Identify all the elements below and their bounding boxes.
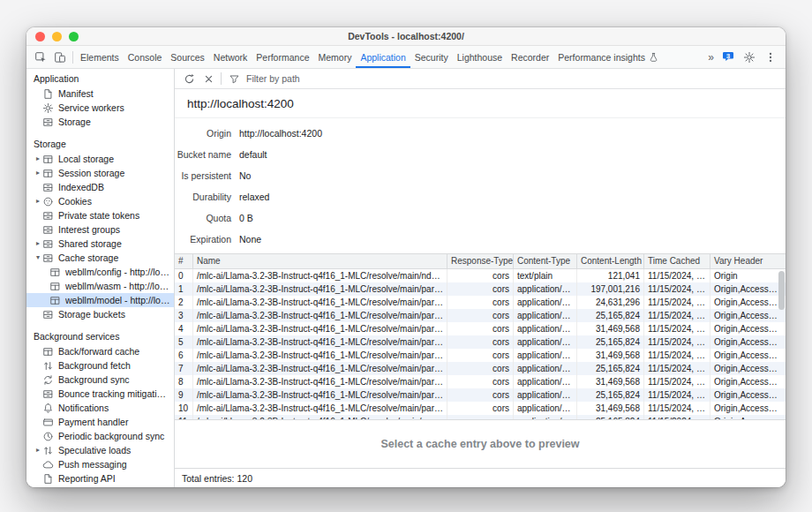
sidebar-item-storage[interactable]: Storage (26, 115, 174, 129)
sidebar-item-indexeddb[interactable]: IndexedDB (26, 180, 174, 194)
cell-vary-header: Origin,Access… (710, 362, 786, 375)
column-header-num[interactable]: # (175, 254, 192, 268)
cache-entry-row-7[interactable]: 7/mlc-ai/Llama-3.2-3B-Instruct-q4f16_1-M… (175, 362, 786, 375)
settings-gear-button[interactable] (740, 48, 759, 67)
sidebar-item-payment-handler[interactable]: Payment handler (26, 415, 174, 429)
delete-selected-button[interactable] (199, 69, 218, 88)
cache-entry-row-11[interactable]: 11/mlc-ai/Llama-3.2-3B-Instruct-q4f16_1-… (175, 415, 786, 419)
filter-funnel-icon (224, 69, 244, 88)
cache-entry-row-9[interactable]: 9/mlc-ai/Llama-3.2-3B-Instruct-q4f16_1-M… (175, 388, 786, 402)
sidebar-item-bounce-tracking-mitigations[interactable]: Bounce tracking mitigations (26, 387, 174, 401)
sidebar-item-local-storage[interactable]: ▸Local storage (26, 152, 174, 166)
sidebar-item-session-storage[interactable]: ▸Session storage (26, 166, 174, 180)
cache-entry-row-4[interactable]: 4/mlc-ai/Llama-3.2-3B-Instruct-q4f16_1-M… (175, 322, 786, 335)
sidebar-item-webllm-wasm-http-loca[interactable]: webllm/wasm - http://loca… (26, 279, 174, 293)
device-toolbar-button[interactable] (50, 48, 70, 67)
cell-content-type: application/oc… (513, 296, 576, 309)
cell-time-cached: 11/15/2024, 10… (643, 362, 710, 375)
cell-response-type: cors (447, 282, 513, 296)
tab-elements[interactable]: Elements (76, 46, 124, 68)
window-titlebar[interactable]: DevTools - localhost:4200/ (26, 27, 786, 46)
sidebar-item-notifications[interactable]: Notifications (26, 401, 174, 415)
sidebar-item-cookies[interactable]: ▸Cookies (26, 194, 174, 208)
sidebar-item-label: Interest groups (58, 224, 124, 235)
cell-time-cached: 11/15/2024, 10… (643, 322, 710, 335)
cache-entry-row-8[interactable]: 8/mlc-ai/Llama-3.2-3B-Instruct-q4f16_1-M… (175, 375, 786, 388)
cell-content-type: application/oc… (513, 388, 576, 402)
disclosure-triangle-icon[interactable]: ▸ (34, 194, 42, 208)
column-header-time-cached[interactable]: Time Cached (643, 254, 710, 268)
column-header-content-type[interactable]: Content-Type (513, 254, 576, 268)
sidebar-item-webllm-config-http-loc[interactable]: webllm/config - http://loc… (26, 265, 174, 279)
sidebar-item-private-state-tokens[interactable]: Private state tokens (26, 208, 174, 222)
sidebar-item-back-forward-cache[interactable]: Back/forward cache (26, 344, 174, 358)
tab-application[interactable]: Application (356, 46, 410, 68)
table-scrollbar-thumb[interactable] (778, 271, 785, 310)
fullscreen-window-button[interactable] (69, 32, 79, 41)
tab-network[interactable]: Network (209, 46, 252, 68)
cache-entry-row-10[interactable]: 10/mlc-ai/Llama-3.2-3B-Instruct-q4f16_1-… (175, 402, 786, 415)
column-header-name[interactable]: Name (192, 254, 447, 268)
devtools-content: ApplicationManifestService workersStorag… (26, 69, 786, 487)
sidebar-item-manifest[interactable]: Manifest (26, 87, 174, 101)
meta-value: default (239, 149, 267, 160)
devtools-tabbar: ElementsConsoleSourcesNetworkPerformance… (26, 46, 786, 69)
sidebar-item-background-fetch[interactable]: Background fetch (26, 358, 174, 373)
cache-entry-row-0[interactable]: 0/mlc-ai/Llama-3.2-3B-Instruct-q4f16_1-M… (175, 269, 786, 282)
inspect-element-button[interactable] (31, 48, 50, 67)
close-window-button[interactable] (35, 32, 45, 41)
tab-performance-insights[interactable]: Performance insights (553, 46, 668, 68)
sidebar-item-background-sync[interactable]: Background sync (26, 373, 174, 387)
more-panels-button[interactable]: » (705, 51, 717, 64)
sidebar-item-reporting-api[interactable]: Reporting API (26, 471, 174, 486)
cache-entry-row-6[interactable]: 6/mlc-ai/Llama-3.2-3B-Instruct-q4f16_1-M… (175, 349, 786, 362)
tabbar-right-tools: » 3 (703, 46, 786, 68)
column-header-vary-header[interactable]: Vary Header (710, 254, 786, 268)
issues-counter-button[interactable]: 3 (718, 48, 738, 67)
cell-name: /mlc-ai/Llama-3.2-3B-Instruct-q4f16_1-ML… (192, 282, 447, 296)
kebab-menu-button[interactable] (761, 48, 780, 67)
disclosure-triangle-icon[interactable]: ▾ (34, 251, 42, 265)
disclosure-triangle-icon[interactable]: ▸ (34, 166, 42, 180)
sidebar-item-cache-storage[interactable]: ▾Cache storage (26, 251, 174, 265)
cell-content-length: 25,165,824 (576, 362, 643, 375)
sidebar-item-shared-storage[interactable]: ▸Shared storage (26, 237, 174, 251)
cell-num: 8 (175, 375, 192, 388)
cell-vary-header: Origin,Access… (710, 322, 786, 335)
sidebar-item-webllm-model-http-loc[interactable]: webllm/model - http://loc… (26, 293, 174, 307)
tab-console[interactable]: Console (124, 46, 167, 68)
meta-label: Quota (175, 213, 231, 223)
tab-recorder[interactable]: Recorder (507, 46, 553, 68)
filter-by-path-input[interactable] (246, 73, 387, 84)
sidebar-item-speculative-loads[interactable]: ▸Speculative loads (26, 443, 174, 457)
cell-content-length: 25,165,824 (576, 309, 643, 322)
cache-entry-row-5[interactable]: 5/mlc-ai/Llama-3.2-3B-Instruct-q4f16_1-M… (175, 335, 786, 349)
refresh-button[interactable] (179, 69, 199, 88)
sidebar-item-periodic-background-sync[interactable]: Periodic background sync (26, 429, 174, 443)
tab-sources[interactable]: Sources (166, 46, 209, 68)
tab-label: Elements (80, 52, 119, 63)
disclosure-triangle-icon[interactable]: ▸ (34, 237, 42, 251)
column-header-response-type[interactable]: Response-Type (447, 254, 513, 268)
sidebar-item-storage-buckets[interactable]: Storage buckets (26, 307, 174, 321)
cell-num: 4 (175, 322, 192, 335)
disclosure-triangle-icon[interactable]: ▸ (34, 152, 42, 166)
cache-entry-row-2[interactable]: 2/mlc-ai/Llama-3.2-3B-Instruct-q4f16_1-M… (175, 296, 786, 309)
minimize-window-button[interactable] (52, 32, 62, 41)
cell-response-type: cors (447, 296, 513, 309)
sidebar-item-service-workers[interactable]: Service workers (26, 101, 174, 115)
cell-time-cached: 11/15/2024, 10… (643, 349, 710, 362)
tab-lighthouse[interactable]: Lighthouse (453, 46, 507, 68)
status-bar: Total entries: 120 (175, 468, 786, 487)
tab-performance[interactable]: Performance (252, 46, 313, 68)
tab-security[interactable]: Security (410, 46, 453, 68)
tab-memory[interactable]: Memory (313, 46, 356, 68)
cell-name: /mlc-ai/Llama-3.2-3B-Instruct-q4f16_1-ML… (192, 349, 447, 362)
cache-entry-row-1[interactable]: 1/mlc-ai/Llama-3.2-3B-Instruct-q4f16_1-M… (175, 282, 786, 296)
sidebar-item-push-messaging[interactable]: Push messaging (26, 457, 174, 471)
cache-entry-row-3[interactable]: 3/mlc-ai/Llama-3.2-3B-Instruct-q4f16_1-M… (175, 309, 786, 322)
disclosure-triangle-icon[interactable]: ▸ (34, 443, 42, 457)
cell-content-length: 31,469,568 (576, 322, 643, 335)
sidebar-item-interest-groups[interactable]: Interest groups (26, 222, 174, 237)
column-header-content-length[interactable]: Content-Length (576, 254, 643, 268)
